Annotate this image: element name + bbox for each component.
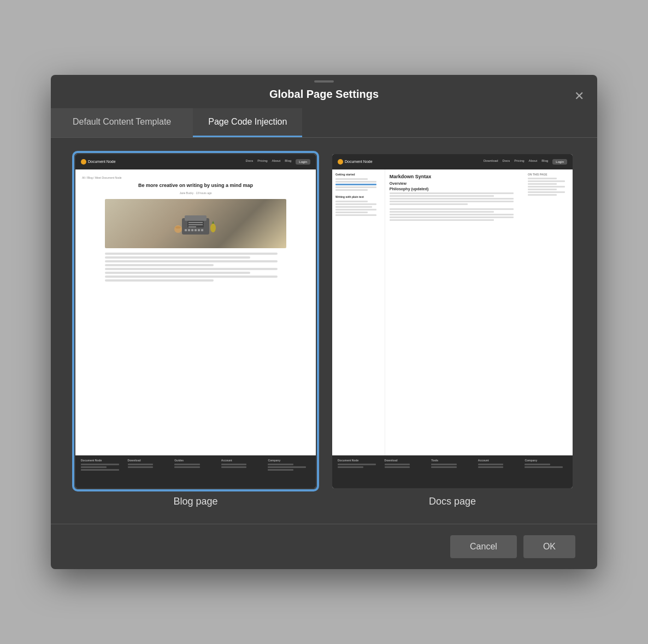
docs-sidebar-item-8 xyxy=(335,206,372,208)
docs-main-subtitle-1: Overview xyxy=(390,182,520,185)
docs-footer-col-4: Account xyxy=(478,459,521,485)
docs-toc-item-2 xyxy=(528,180,565,182)
blog-meta: Jane Bucky · 13 hours ago xyxy=(179,191,211,195)
svg-point-14 xyxy=(210,224,216,232)
docs-footer-title-1: Document Node xyxy=(338,459,380,462)
docs-main-text-5 xyxy=(390,203,468,205)
dialog-footer: Cancel OK xyxy=(51,524,597,569)
svg-rect-5 xyxy=(188,226,196,227)
tab-page-code-injection[interactable]: Page Code Injection xyxy=(193,108,302,137)
docs-mini-nav-links: Download Docs Pricing About Blog Login xyxy=(484,159,567,165)
docs-sidebar-item-10 xyxy=(335,212,368,213)
docs-sidebar-item-11 xyxy=(335,214,376,216)
docs-nav-link-5: Blog xyxy=(541,159,548,165)
global-page-settings-dialog: Global Page Settings ✕ Default Content T… xyxy=(51,75,597,569)
docs-sidebar-title: Getting started xyxy=(335,173,381,176)
docs-sidebar-item-2 xyxy=(335,181,376,183)
svg-rect-3 xyxy=(188,222,203,223)
blog-mini-nav-links: Docs Pricing About Blog Login xyxy=(246,159,310,165)
docs-footer-col-1: Document Node xyxy=(338,459,380,485)
docs-nav-link-1: Download xyxy=(484,159,498,165)
svg-rect-8 xyxy=(191,229,193,231)
blog-image-inner xyxy=(105,199,287,248)
blog-preview-item[interactable]: Document Node Docs Pricing About Blog Lo… xyxy=(75,154,316,507)
blog-footer-col-2: Download xyxy=(128,459,170,485)
docs-main-text-6 xyxy=(390,208,514,210)
docs-toc-item-4 xyxy=(528,186,565,188)
docs-sidebar-item-5 xyxy=(335,189,368,191)
blog-footer-title-1: Document Node xyxy=(81,459,123,462)
docs-main-text-8 xyxy=(390,214,514,215)
blog-text-line-7 xyxy=(105,276,278,278)
previews-row: Document Node Docs Pricing About Blog Lo… xyxy=(73,154,575,507)
tabs-bar: Default Content Template Page Code Injec… xyxy=(51,108,597,138)
docs-footer-title-4: Account xyxy=(478,459,521,462)
drag-bar xyxy=(314,80,334,83)
blog-text-line-4 xyxy=(105,264,214,266)
blog-preview-frame[interactable]: Document Node Docs Pricing About Blog Lo… xyxy=(75,154,316,488)
docs-toc-item-1 xyxy=(528,178,557,179)
blog-footer-title-3: Guides xyxy=(174,459,217,462)
blog-mini-nav: Document Node Docs Pricing About Blog Lo… xyxy=(75,154,316,169)
docs-main-text-2 xyxy=(390,195,494,197)
blog-footer-col-1: Document Node xyxy=(81,459,123,485)
blog-breadcrumb: All / Blog / Meet Document Node xyxy=(82,176,122,179)
docs-mini-logo: Document Node xyxy=(338,159,373,165)
cancel-button[interactable]: Cancel xyxy=(450,535,517,558)
svg-rect-4 xyxy=(188,224,203,225)
docs-logo-text: Document Node xyxy=(345,160,373,163)
docs-footer-col-2: Download xyxy=(385,459,427,485)
docs-main-text-3 xyxy=(390,198,514,200)
svg-rect-9 xyxy=(195,229,197,231)
docs-sidebar-item-9 xyxy=(335,209,376,210)
docs-toc-item-6 xyxy=(528,191,565,193)
docs-main-text-10 xyxy=(390,219,494,221)
docs-content: Getting started Writing with plain text xyxy=(332,169,573,455)
svg-rect-7 xyxy=(188,229,190,231)
tab-default-content[interactable]: Default Content Template xyxy=(51,108,193,137)
docs-sidebar-item-1 xyxy=(335,178,368,180)
svg-point-13 xyxy=(175,226,181,229)
svg-rect-11 xyxy=(201,229,203,231)
blog-text-line-3 xyxy=(105,260,278,262)
ok-button[interactable]: OK xyxy=(523,535,575,558)
blog-footer-col-5: Company xyxy=(268,459,310,485)
blog-mini-logo: Document Node xyxy=(81,159,116,165)
docs-nav-login-btn: Login xyxy=(552,159,567,165)
blog-mini-footer: Document Node Download xyxy=(75,455,316,488)
blog-preview-label: Blog page xyxy=(173,496,217,507)
docs-sidebar-item-7 xyxy=(335,203,376,205)
docs-preview-frame[interactable]: Document Node Download Docs Pricing Abou… xyxy=(332,154,573,488)
docs-main-text-1 xyxy=(390,192,514,194)
blog-nav-link-1: Docs xyxy=(246,159,254,165)
blog-footer-title-5: Company xyxy=(268,459,310,462)
close-button[interactable]: ✕ xyxy=(572,88,586,104)
docs-sidebar: Getting started Writing with plain text xyxy=(332,169,385,455)
blog-nav-link-2: Pricing xyxy=(257,159,267,165)
docs-sidebar-item-4 xyxy=(335,186,376,188)
docs-footer-col-5: Company xyxy=(525,459,567,485)
blog-content: All / Blog / Meet Document Node Be more … xyxy=(75,169,316,455)
blog-footer-title-2: Download xyxy=(128,459,170,462)
blog-text-line-6 xyxy=(105,272,250,274)
blog-mini-screenshot: Document Node Docs Pricing About Blog Lo… xyxy=(75,154,316,488)
docs-mini-nav: Document Node Download Docs Pricing Abou… xyxy=(332,154,573,169)
docs-main-text-9 xyxy=(390,216,514,218)
blog-logo-text: Document Node xyxy=(88,160,116,163)
docs-nav-link-4: About xyxy=(529,159,538,165)
blog-title: Be more creative on writing by using a m… xyxy=(138,183,253,188)
blog-footer-title-4: Account xyxy=(221,459,264,462)
docs-preview-item[interactable]: Document Node Download Docs Pricing Abou… xyxy=(332,154,573,507)
svg-rect-6 xyxy=(185,229,187,231)
blog-hero-image xyxy=(105,199,287,248)
docs-main-subtitle-2: Philosophy (updated) xyxy=(390,187,520,191)
blog-logo-icon xyxy=(81,159,86,165)
docs-mini-screenshot: Document Node Download Docs Pricing Abou… xyxy=(332,154,573,488)
blog-text-line-8 xyxy=(105,279,214,282)
docs-toc: ON THIS PAGE xyxy=(525,169,573,455)
docs-preview-label: Docs page xyxy=(429,496,476,507)
drag-handle-area[interactable] xyxy=(51,75,597,85)
docs-footer-title-3: Tools xyxy=(431,459,474,462)
docs-footer-col-3: Tools xyxy=(431,459,474,485)
docs-toc-item-7 xyxy=(528,194,557,196)
